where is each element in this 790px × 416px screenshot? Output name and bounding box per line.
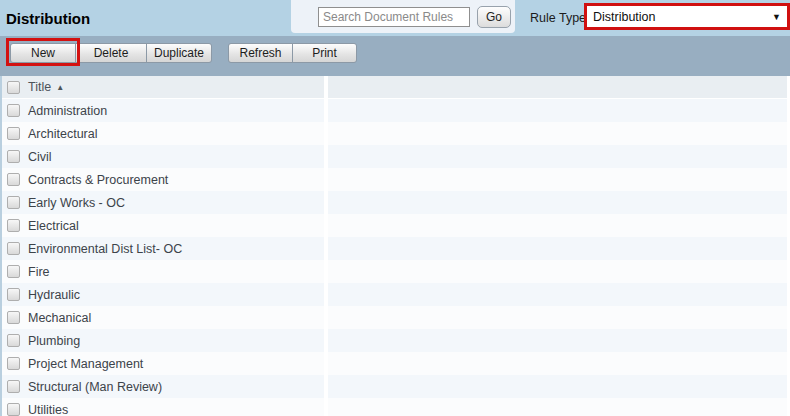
row-checkbox[interactable]	[7, 357, 20, 370]
row-checkbox[interactable]	[7, 288, 20, 301]
rule-type-selected-value: Distribution	[593, 10, 656, 24]
table-row[interactable]: Civil	[2, 145, 790, 168]
row-empty-cell	[328, 306, 787, 329]
row-checkbox[interactable]	[7, 127, 20, 140]
row-title: Mechanical	[28, 311, 91, 325]
row-title: Contracts & Procurement	[28, 173, 168, 187]
row-title: Early Works - OC	[28, 196, 125, 210]
row-empty-cell	[328, 191, 787, 214]
table-row[interactable]: Administration	[2, 99, 790, 122]
row-title: Civil	[28, 150, 52, 164]
row-title: Administration	[28, 104, 107, 118]
table-row[interactable]: Mechanical	[2, 306, 790, 329]
row-empty-cell	[328, 168, 787, 191]
table-row[interactable]: Utilities	[2, 398, 790, 416]
table-row[interactable]: Plumbing	[2, 329, 790, 352]
row-empty-cell	[328, 145, 787, 168]
row-title: Structural (Man Review)	[28, 380, 162, 394]
row-empty-cell	[328, 260, 787, 283]
row-checkbox[interactable]	[7, 150, 20, 163]
toolbar-group-view: Refresh Print	[228, 43, 357, 63]
row-checkbox[interactable]	[7, 403, 20, 416]
table-row[interactable]: Hydraulic	[2, 283, 790, 306]
topbar: Distribution Go Rule Type: Distribution …	[0, 0, 790, 36]
table-row[interactable]: Early Works - OC	[2, 191, 790, 214]
row-empty-cell	[328, 352, 787, 375]
table-row[interactable]: Environmental Dist List- OC	[2, 237, 790, 260]
print-button[interactable]: Print	[292, 43, 357, 63]
toolbar: New Delete Duplicate Refresh Print	[0, 36, 790, 76]
table-body: Administration Architectural Civil Contr…	[2, 99, 790, 416]
chevron-down-icon: ▼	[772, 12, 781, 22]
row-checkbox[interactable]	[7, 334, 20, 347]
table-row[interactable]: Architectural	[2, 122, 790, 145]
table-row[interactable]: Electrical	[2, 214, 790, 237]
row-checkbox[interactable]	[7, 104, 20, 117]
sort-ascending-icon: ▲	[56, 83, 64, 92]
table-header-row: Title ▲	[2, 76, 790, 98]
table-row[interactable]: Structural (Man Review)	[2, 375, 790, 398]
page-title: Distribution	[6, 10, 90, 27]
row-checkbox[interactable]	[7, 380, 20, 393]
row-empty-cell	[328, 237, 787, 260]
search-panel: Go	[291, 0, 515, 33]
row-empty-cell	[328, 398, 787, 416]
row-title: Project Management	[28, 357, 143, 371]
new-button[interactable]: New	[10, 43, 76, 63]
row-checkbox[interactable]	[7, 219, 20, 232]
search-input[interactable]	[318, 7, 470, 27]
row-checkbox[interactable]	[7, 173, 20, 186]
row-title: Fire	[28, 265, 50, 279]
delete-button[interactable]: Delete	[75, 43, 147, 63]
document-rules-screen: Distribution Go Rule Type: Distribution …	[0, 0, 790, 416]
row-checkbox[interactable]	[7, 196, 20, 209]
rules-table: Title ▲ Administration Architectural Civ…	[0, 76, 790, 416]
row-empty-cell	[328, 122, 787, 145]
row-checkbox[interactable]	[7, 242, 20, 255]
row-empty-cell	[328, 329, 787, 352]
go-button[interactable]: Go	[477, 6, 511, 28]
row-checkbox[interactable]	[7, 265, 20, 278]
duplicate-button[interactable]: Duplicate	[146, 43, 212, 63]
row-title: Electrical	[28, 219, 79, 233]
row-empty-cell	[328, 99, 787, 122]
row-empty-cell	[328, 283, 787, 306]
table-header-title-cell[interactable]: Title ▲	[2, 76, 324, 98]
refresh-button[interactable]: Refresh	[228, 43, 293, 63]
row-title: Architectural	[28, 127, 97, 141]
table-row[interactable]: Project Management	[2, 352, 790, 375]
rule-type-label: Rule Type:	[530, 11, 590, 25]
select-all-checkbox[interactable]	[7, 81, 20, 94]
row-empty-cell	[328, 214, 787, 237]
table-row[interactable]: Contracts & Procurement	[2, 168, 790, 191]
row-checkbox[interactable]	[7, 311, 20, 324]
table-header-empty-cell	[328, 76, 787, 98]
row-title: Utilities	[28, 403, 68, 416]
row-title: Plumbing	[28, 334, 80, 348]
rule-type-select[interactable]: Distribution ▼	[584, 3, 790, 30]
row-empty-cell	[328, 375, 787, 398]
table-row[interactable]: Fire	[2, 260, 790, 283]
title-column-header: Title	[28, 80, 51, 94]
row-title: Environmental Dist List- OC	[28, 242, 182, 256]
toolbar-group-edit: New Delete Duplicate	[10, 43, 212, 63]
row-title: Hydraulic	[28, 288, 80, 302]
